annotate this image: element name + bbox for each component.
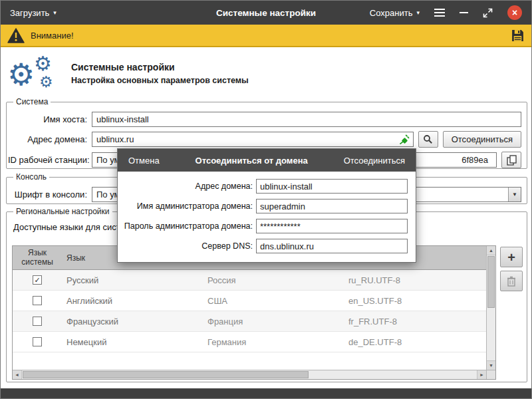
cell-country: Франция bbox=[203, 317, 344, 327]
cell-country: Россия bbox=[203, 275, 344, 285]
titlebar-actions: Сохранить ▾ × bbox=[370, 5, 522, 20]
minimize-button[interactable] bbox=[460, 12, 468, 13]
hostname-input[interactable] bbox=[92, 112, 521, 127]
dialog-title: Отсоединиться от домена bbox=[160, 156, 344, 166]
gears-icon: ⚙ ⚙ ⚙ bbox=[7, 54, 68, 95]
cell-language: Английский bbox=[62, 296, 203, 306]
cell-language: Французский bbox=[62, 317, 203, 327]
dialog-body: Адрес домена: Имя администратора домена:… bbox=[118, 172, 416, 262]
copy-button[interactable] bbox=[501, 152, 521, 168]
dialog-admin-name-label: Имя администратора домена: bbox=[123, 201, 256, 211]
load-button[interactable]: Загрузить ▾ bbox=[10, 8, 57, 18]
page-title: Системные настройки bbox=[71, 62, 175, 72]
warning-icon bbox=[7, 28, 25, 43]
cell-language: Немецкий bbox=[62, 337, 203, 347]
copy-icon bbox=[507, 155, 517, 166]
warning-text: Внимание! bbox=[31, 31, 74, 41]
row-checkbox[interactable] bbox=[33, 337, 42, 346]
floppy-save-icon bbox=[511, 29, 525, 43]
scroll-up-icon[interactable]: ▲ bbox=[487, 246, 495, 255]
titlebar: Загрузить ▾ Системные настройки Сохранит… bbox=[1, 1, 531, 25]
workstation-id-value-end: 6f89ea bbox=[462, 155, 488, 165]
maximize-icon bbox=[483, 8, 493, 18]
dialog-admin-password-input[interactable] bbox=[256, 219, 408, 233]
chevron-down-icon: ▾ bbox=[416, 10, 420, 16]
trash-icon bbox=[507, 276, 516, 287]
cell-locale: ru_RU.UTF-8 bbox=[344, 275, 495, 285]
app-window: Загрузить ▾ Системные настройки Сохранит… bbox=[0, 0, 532, 399]
cell-locale: de_DE.UTF-8 bbox=[344, 337, 495, 347]
table-row[interactable]: Французский Франция fr_FR.UTF-8 bbox=[13, 311, 495, 332]
close-button[interactable]: × bbox=[507, 5, 522, 20]
hamburger-icon bbox=[434, 9, 445, 17]
save-shortcut-button[interactable] bbox=[511, 29, 525, 43]
dialog-admin-name-input[interactable] bbox=[256, 199, 408, 213]
gear-icon: ⚙ bbox=[39, 74, 53, 90]
dialog-cancel-button[interactable]: Отмена bbox=[128, 156, 160, 166]
languages-table: Язык системы Язык ✓ Русский Россия ru_RU… bbox=[12, 245, 496, 380]
row-checkbox[interactable] bbox=[33, 296, 42, 305]
dialog-dns-server-input[interactable] bbox=[256, 239, 408, 253]
hostname-label: Имя хоста: bbox=[8, 114, 92, 124]
save-button-label: Сохранить bbox=[370, 8, 413, 18]
warning-bar: Внимание! bbox=[1, 25, 531, 47]
cell-country: США bbox=[203, 296, 344, 306]
domain-search-button[interactable] bbox=[418, 131, 438, 148]
table-row[interactable]: ✓ Русский Россия ru_RU.UTF-8 bbox=[13, 270, 495, 291]
dialog-domain-label: Адрес домена: bbox=[123, 182, 256, 191]
horizontal-scrollbar[interactable]: ◄ ► bbox=[13, 370, 486, 379]
menu-button[interactable] bbox=[434, 9, 445, 17]
scrollbar-corner bbox=[486, 370, 495, 379]
disconnect-button[interactable]: Отсоединиться bbox=[443, 131, 521, 148]
horizontal-scrollbar-thumb[interactable] bbox=[23, 371, 309, 378]
table-row[interactable]: Немецкий Германия de_DE.UTF-8 bbox=[13, 332, 495, 352]
dialog-header: Отмена Отсоединиться от домена Отсоедини… bbox=[118, 149, 416, 172]
load-button-label: Загрузить bbox=[10, 8, 49, 18]
disconnect-domain-dialog: Отмена Отсоединиться от домена Отсоедини… bbox=[117, 148, 416, 263]
dropdown-arrow-icon: ▼ bbox=[508, 188, 521, 201]
vertical-scrollbar[interactable]: ▲ ▼ bbox=[486, 246, 495, 370]
row-checkbox[interactable] bbox=[33, 317, 42, 326]
column-header-system-language[interactable]: Язык системы bbox=[13, 246, 62, 269]
domain-label: Адрес домена: bbox=[8, 134, 92, 144]
regional-group-legend: Региональные настройки bbox=[13, 207, 112, 216]
workstation-id-label: ID рабочей станции: bbox=[8, 155, 92, 165]
dialog-admin-password-label: Пароль администратора домена: bbox=[123, 221, 256, 231]
plug-connected-icon bbox=[399, 134, 410, 148]
row-checkbox[interactable]: ✓ bbox=[33, 275, 42, 285]
scroll-right-icon[interactable]: ► bbox=[477, 370, 486, 379]
dialog-disconnect-button[interactable]: Отсоединиться bbox=[344, 156, 405, 166]
dialog-dns-server-label: Сервер DNS: bbox=[123, 241, 256, 251]
console-font-label: Шрифт в консоли: bbox=[8, 190, 92, 200]
gear-icon: ⚙ bbox=[34, 54, 52, 74]
cell-locale: en_US.UTF-8 bbox=[344, 296, 495, 306]
save-button[interactable]: Сохранить ▾ bbox=[370, 8, 420, 18]
system-group-legend: Система bbox=[13, 97, 51, 106]
maximize-button[interactable] bbox=[483, 8, 493, 18]
cell-locale: fr_FR.UTF-8 bbox=[344, 317, 495, 327]
minimize-icon bbox=[460, 12, 468, 13]
chevron-down-icon: ▾ bbox=[53, 10, 57, 16]
add-language-button[interactable]: + bbox=[500, 247, 523, 267]
vertical-scrollbar-thumb[interactable] bbox=[487, 256, 495, 308]
console-group-legend: Консоль bbox=[13, 172, 49, 182]
cell-language: Русский bbox=[62, 275, 203, 285]
dialog-domain-input[interactable] bbox=[256, 179, 408, 194]
table-row[interactable]: Английский США en_US.UTF-8 bbox=[13, 291, 495, 311]
cell-country: Германия bbox=[203, 337, 344, 347]
delete-language-button[interactable] bbox=[500, 271, 523, 291]
plus-icon: + bbox=[507, 251, 515, 264]
gear-icon: ⚙ bbox=[7, 59, 35, 90]
close-icon: × bbox=[512, 8, 517, 17]
scroll-down-icon[interactable]: ▼ bbox=[487, 360, 495, 370]
status-bar bbox=[1, 388, 531, 398]
scroll-left-icon[interactable]: ◄ bbox=[13, 370, 22, 379]
domain-input[interactable] bbox=[92, 132, 414, 147]
page-subtitle: Настройка основных параметров системы bbox=[71, 76, 249, 85]
search-icon bbox=[423, 134, 433, 144]
